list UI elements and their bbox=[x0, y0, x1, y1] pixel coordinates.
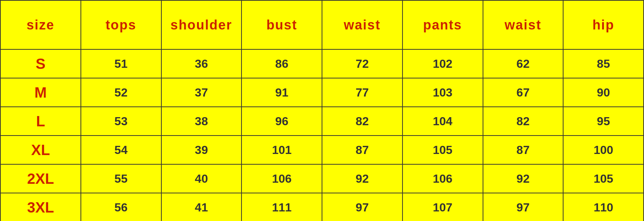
cell-shoulder-5: 41 bbox=[161, 193, 242, 221]
cell-hip-1: 90 bbox=[563, 78, 644, 107]
col-header-shoulder: shoulder bbox=[161, 0, 242, 49]
cell-tops-0: 51 bbox=[81, 49, 161, 78]
cell-bust-2: 96 bbox=[242, 107, 322, 136]
cell-pants-3: 105 bbox=[402, 136, 483, 164]
header-row: size tops shoulder bust waist pants wais… bbox=[0, 0, 644, 49]
cell-waist_pants-1: 67 bbox=[483, 78, 564, 107]
cell-tops-1: 52 bbox=[81, 78, 161, 107]
cell-waist_tops-3: 87 bbox=[322, 136, 402, 164]
cell-pants-2: 104 bbox=[402, 107, 483, 136]
cell-shoulder-2: 38 bbox=[161, 107, 242, 136]
cell-shoulder-4: 40 bbox=[161, 164, 242, 193]
cell-size-4: 2XL bbox=[0, 164, 81, 193]
cell-size-0: S bbox=[0, 49, 81, 78]
table-row: M523791771036790 bbox=[0, 78, 644, 107]
col-header-tops: tops bbox=[81, 0, 161, 49]
table-row: XL54391018710587100 bbox=[0, 136, 644, 164]
cell-waist_tops-0: 72 bbox=[322, 49, 402, 78]
cell-waist_pants-3: 87 bbox=[483, 136, 564, 164]
table-row: L533896821048295 bbox=[0, 107, 644, 136]
size-chart-table: size tops shoulder bust waist pants wais… bbox=[0, 0, 644, 221]
cell-bust-4: 106 bbox=[242, 164, 322, 193]
cell-waist_pants-4: 92 bbox=[483, 164, 564, 193]
cell-bust-0: 86 bbox=[242, 49, 322, 78]
cell-waist_tops-5: 97 bbox=[322, 193, 402, 221]
table-row: 3XL56411119710797110 bbox=[0, 193, 644, 221]
cell-pants-5: 107 bbox=[402, 193, 483, 221]
col-header-pants: pants bbox=[402, 0, 483, 49]
cell-waist_tops-4: 92 bbox=[322, 164, 402, 193]
cell-waist_pants-2: 82 bbox=[483, 107, 564, 136]
cell-hip-0: 85 bbox=[563, 49, 644, 78]
col-header-waist-tops: waist bbox=[322, 0, 402, 49]
cell-tops-4: 55 bbox=[81, 164, 161, 193]
table-row: S513686721026285 bbox=[0, 49, 644, 78]
cell-waist_tops-2: 82 bbox=[322, 107, 402, 136]
cell-waist_pants-5: 97 bbox=[483, 193, 564, 221]
size-chart-wrapper: size tops shoulder bust waist pants wais… bbox=[0, 0, 644, 221]
cell-waist_tops-1: 77 bbox=[322, 78, 402, 107]
cell-size-1: M bbox=[0, 78, 81, 107]
col-header-bust: bust bbox=[242, 0, 322, 49]
cell-shoulder-0: 36 bbox=[161, 49, 242, 78]
table-row: 2XL55401069210692105 bbox=[0, 164, 644, 193]
cell-hip-3: 100 bbox=[563, 136, 644, 164]
cell-bust-5: 111 bbox=[242, 193, 322, 221]
cell-hip-2: 95 bbox=[563, 107, 644, 136]
col-header-waist-pants: waist bbox=[483, 0, 564, 49]
cell-bust-1: 91 bbox=[242, 78, 322, 107]
cell-size-2: L bbox=[0, 107, 81, 136]
cell-size-3: XL bbox=[0, 136, 81, 164]
cell-tops-2: 53 bbox=[81, 107, 161, 136]
cell-waist_pants-0: 62 bbox=[483, 49, 564, 78]
cell-bust-3: 101 bbox=[242, 136, 322, 164]
cell-hip-4: 105 bbox=[563, 164, 644, 193]
col-header-size: size bbox=[0, 0, 81, 49]
col-header-hip: hip bbox=[563, 0, 644, 49]
cell-pants-1: 103 bbox=[402, 78, 483, 107]
cell-tops-3: 54 bbox=[81, 136, 161, 164]
cell-hip-5: 110 bbox=[563, 193, 644, 221]
cell-shoulder-3: 39 bbox=[161, 136, 242, 164]
cell-pants-4: 106 bbox=[402, 164, 483, 193]
cell-shoulder-1: 37 bbox=[161, 78, 242, 107]
cell-tops-5: 56 bbox=[81, 193, 161, 221]
cell-size-5: 3XL bbox=[0, 193, 81, 221]
cell-pants-0: 102 bbox=[402, 49, 483, 78]
